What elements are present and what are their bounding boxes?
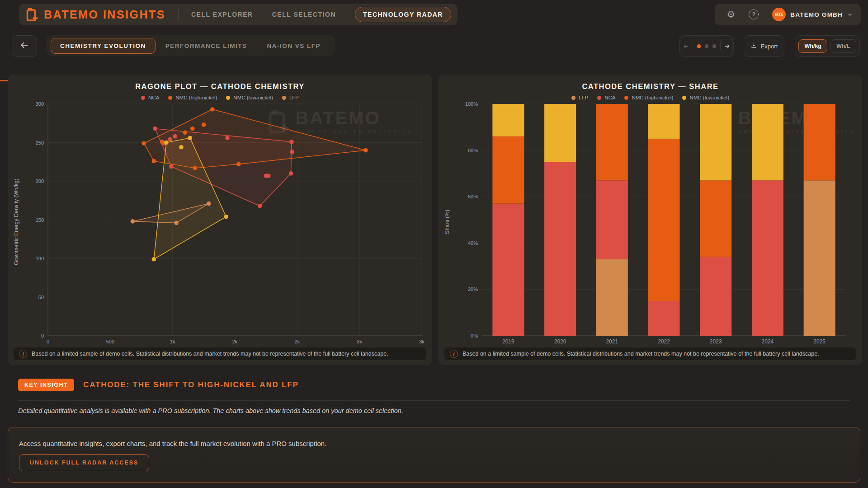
legend-dot-nmc-high [168,96,172,100]
svg-text:60%: 60% [468,194,478,199]
help-icon[interactable]: ? [749,9,759,19]
topbar-actions: ⚙ ? BG BATEMO GMBH [715,4,861,25]
legend-item: NCA [597,95,615,100]
legend-item: LFP [571,95,588,100]
key-insight-badge: KEY INSIGHT [18,379,74,391]
key-insight-body: Detailed quantitative analysis is availa… [18,407,403,414]
battery-logo-icon [26,7,38,22]
chevron-down-icon [847,12,853,17]
account-menu[interactable]: BG BATEMO GMBH [772,8,853,21]
legend-label: NMC (low-nickel) [689,95,729,100]
legend-dot-lfp [282,96,286,100]
legend-dot-nca [141,96,145,100]
svg-text:2021: 2021 [606,338,618,345]
ragone-plot: 05001k2k2k3k3k050100150200250300 [11,101,429,347]
app-root: BATEMO INSIGHTS CELL EXPLORER CELL SELEC… [0,0,868,488]
legend-item: NCA [141,95,159,100]
back-button[interactable] [12,35,37,57]
legend-label: LFP [579,95,588,100]
svg-text:200: 200 [36,178,44,184]
divider [178,9,179,20]
tab-na-ion-vs-lfp[interactable]: NA-ION VS LFP [257,38,331,53]
share-legend: LFP NCA NMC (high-nickel) NMC (low-nicke… [439,95,862,100]
pager-next-button[interactable] [720,39,734,53]
page-pager [679,35,734,57]
svg-text:2k: 2k [232,339,238,344]
pager-dot-1[interactable] [697,44,701,48]
svg-text:100: 100 [36,256,44,261]
svg-text:0%: 0% [471,333,478,338]
svg-text:50: 50 [38,295,44,300]
note-text: Based on a limited sample of demo cells.… [462,351,819,357]
nav-technology-radar[interactable]: TECHNOLOGY RADAR [355,7,451,22]
download-icon [750,42,757,50]
legend-label: LFP [289,95,299,100]
settings-gear-icon[interactable]: ⚙ [726,10,735,19]
pro-upsell-card: Access quantitative insights, export cha… [8,427,860,483]
legend-dot-nmc-low [682,96,686,100]
share-chart: 0%20%40%60%80%100%2019202020212022202320… [442,101,859,347]
brand-name: BATEMO INSIGHTS [44,8,165,21]
svg-text:2024: 2024 [762,338,774,345]
svg-text:2022: 2022 [658,338,670,345]
divider [18,400,850,401]
legend-label: NMC (low-nickel) [233,95,273,100]
legend-item: NMC (high-nickel) [624,95,673,100]
legend-label: NMC (high-nickel) [632,95,673,100]
nav-cell-explorer[interactable]: CELL EXPLORER [191,11,253,18]
unit-whkg-button[interactable]: Wh/kg [798,39,827,53]
tab-chemistry-evolution[interactable]: CHEMISTRY EVOLUTION [51,38,156,54]
legend-dot-nmc-high [624,96,628,100]
pager-dot-2[interactable] [705,44,708,48]
svg-text:300: 300 [36,101,44,107]
ragone-disclaimer-note: i Based on a limited sample of demo cell… [14,347,426,360]
key-insight-row: KEY INSIGHT CATHODE: THE SHIFT TO HIGH-N… [18,379,299,391]
note-text: Based on a limited sample of demo cells.… [32,351,388,357]
svg-text:2019: 2019 [502,338,514,345]
svg-text:3k: 3k [419,339,425,344]
legend-item: LFP [282,95,299,100]
svg-text:0: 0 [47,339,49,344]
info-icon: i [19,350,27,358]
pager-dot-3[interactable] [712,44,716,48]
arrow-left-icon [19,40,29,52]
svg-text:100%: 100% [465,101,478,107]
key-insight-title: CATHODE: THE SHIFT TO HIGH-NICKEL AND LF… [83,380,298,389]
svg-text:150: 150 [36,217,44,223]
svg-text:40%: 40% [468,240,478,246]
ragone-legend: NCA NMC (high-nickel) NMC (low-nickel) L… [8,95,432,100]
svg-text:80%: 80% [468,148,478,153]
svg-text:0: 0 [41,333,44,338]
pro-upsell-text: Access quantitative insights, export cha… [19,440,326,447]
svg-text:500: 500 [106,339,114,344]
share-disclaimer-note: i Based on a limited sample of demo cell… [444,347,856,360]
svg-text:3k: 3k [357,339,362,344]
svg-text:20%: 20% [468,286,478,292]
tab-performance-limits[interactable]: PERFORMANCE LIMITS [156,38,257,53]
svg-text:1k: 1k [170,339,175,344]
legend-item: NMC (low-nickel) [226,95,273,100]
legend-dot-lfp [571,96,576,100]
svg-text:2k: 2k [295,339,300,344]
unit-whl-button[interactable]: Wh/L [830,39,856,53]
share-chart-card: CATHODE CHEMISTRY — SHARE LFP NCA NMC (h… [439,75,862,365]
share-chart-title: CATHODE CHEMISTRY — SHARE [439,82,862,91]
subtabs: CHEMISTRY EVOLUTION PERFORMANCE LIMITS N… [46,35,335,56]
unit-toggle: Wh/kg Wh/L [795,35,860,57]
account-name: BATEMO GMBH [790,11,843,18]
svg-text:2025: 2025 [813,338,826,345]
legend-dot-nmc-low [226,96,230,100]
nav-cell-selection[interactable]: CELL SELECTION [272,11,336,18]
legend-item: NMC (low-nickel) [682,95,729,100]
svg-text:2020: 2020 [554,338,566,345]
svg-text:2023: 2023 [710,338,722,345]
topbar: BATEMO INSIGHTS CELL EXPLORER CELL SELEC… [19,4,458,25]
avatar: BG [772,8,786,21]
unlock-radar-access-button[interactable]: UNLOCK FULL RADAR ACCESS [19,454,149,471]
legend-label: NCA [148,95,159,100]
legend-dot-nca [597,96,601,100]
pager-prev-button[interactable] [679,39,693,53]
ragone-chart-title: RAGONE PLOT — CATHODE CHEMISTRY [8,82,432,91]
legend-label: NCA [604,95,615,100]
export-button[interactable]: Export [744,35,784,57]
